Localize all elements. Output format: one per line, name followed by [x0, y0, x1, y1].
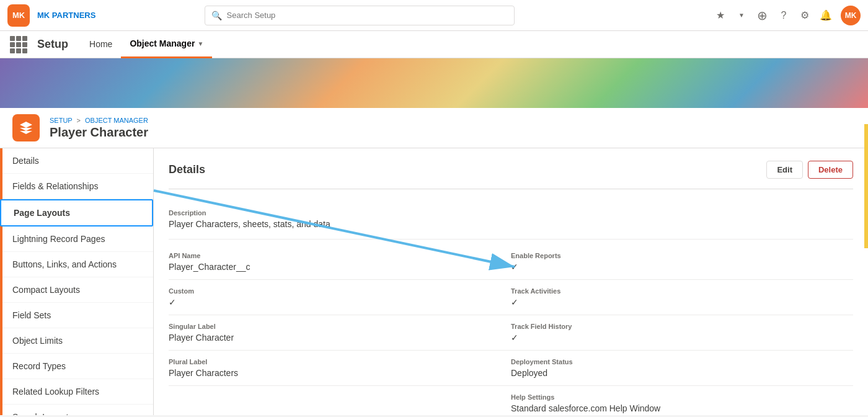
settings-icon[interactable]: ⚙ — [799, 9, 811, 22]
breadcrumb-object-manager[interactable]: OBJECT MANAGER — [85, 117, 148, 124]
fields-grid: API NamePlayer_Character__cEnable Report… — [169, 244, 853, 415]
field-label-left-1: Custom — [169, 287, 511, 295]
field-right-2: Track Field History✓ — [511, 315, 853, 351]
field-value-right-2: ✓ — [511, 333, 853, 343]
layers-icon — [19, 120, 33, 135]
page-title: Player Character — [50, 125, 148, 140]
sidebar-items: DetailsFields & RelationshipsPage Layout… — [0, 148, 153, 415]
field-label-right-2: Track Field History — [511, 323, 853, 330]
sidebar-item-0[interactable]: Details — [0, 148, 153, 174]
sidebar-item-4[interactable]: Buttons, Links, and Actions — [0, 252, 153, 277]
nav-item-caret: ▼ — [197, 40, 203, 47]
action-buttons: Edit Delete — [766, 161, 853, 179]
field-label-left-2: Singular Label — [169, 323, 511, 330]
brand-logo[interactable]: MK — [7, 4, 30, 27]
field-right-4: Help SettingsStandard salesforce.com Hel… — [511, 386, 853, 415]
breadcrumb: SETUP > OBJECT MANAGER — [50, 117, 148, 124]
top-navigation: MK MK PARTNERS 🔍 ★ ▼ ⊕ ? ⚙ 🔔 MK — [0, 0, 868, 31]
title-bar: SETUP > OBJECT MANAGER Player Character — [0, 108, 868, 148]
sidebar-item-6[interactable]: Field Sets — [0, 303, 153, 328]
main-layout: DetailsFields & RelationshipsPage Layout… — [0, 148, 868, 415]
add-icon[interactable]: ⊕ — [756, 9, 769, 22]
favorites-dropdown-icon[interactable]: ▼ — [735, 9, 748, 22]
field-left-1: Custom✓ — [169, 280, 511, 315]
field-left-2: Singular LabelPlayer Character — [169, 315, 511, 351]
sidebar-item-1[interactable]: Fields & Relationships — [0, 174, 153, 199]
sidebar-item-3[interactable]: Lightning Record Pages — [0, 226, 153, 252]
app-title: Setup — [37, 38, 68, 51]
field-value-left-2: Player Character — [169, 333, 511, 343]
sidebar-accent — [0, 148, 2, 415]
field-value-right-0: ✓ — [511, 262, 853, 272]
description-row: Description Player Characters, sheets, s… — [169, 202, 853, 240]
search-container: 🔍 — [205, 6, 515, 25]
field-right-1: Track Activities✓ — [511, 280, 853, 315]
field-left-3: Plural LabelPlayer Characters — [169, 351, 511, 386]
right-accent-bar — [864, 124, 868, 248]
sidebar: DetailsFields & RelationshipsPage Layout… — [0, 148, 154, 415]
help-icon[interactable]: ? — [777, 9, 790, 22]
field-label-right-0: Enable Reports — [511, 252, 853, 259]
top-nav-right: ★ ▼ ⊕ ? ⚙ 🔔 MK — [714, 6, 861, 25]
content-area: Details Edit Delete Description Player C… — [154, 148, 868, 415]
field-right-3: Deployment StatusDeployed — [511, 351, 853, 386]
search-input[interactable] — [227, 11, 508, 20]
breadcrumb-setup[interactable]: SETUP — [50, 117, 72, 124]
notifications-icon[interactable]: 🔔 — [820, 9, 832, 22]
field-left-4 — [169, 386, 511, 415]
field-label-left-3: Plural Label — [169, 358, 511, 365]
field-value-left-0: Player_Character__c — [169, 262, 511, 272]
sidebar-item-7[interactable]: Object Limits — [0, 328, 153, 354]
field-label-right-3: Deployment Status — [511, 358, 853, 365]
field-label-right-1: Track Activities — [511, 287, 853, 295]
app-switcher-icon[interactable] — [10, 36, 27, 53]
app-navigation: Setup Home Object Manager ▼ — [0, 31, 868, 58]
sidebar-item-8[interactable]: Record Types — [0, 354, 153, 379]
object-icon — [12, 114, 40, 141]
delete-button[interactable]: Delete — [808, 161, 853, 179]
nav-item-object-manager[interactable]: Object Manager ▼ — [121, 31, 212, 58]
description-value: Player Characters, sheets, stats, and da… — [169, 219, 853, 229]
field-value-right-1: ✓ — [511, 297, 853, 307]
edit-button[interactable]: Edit — [766, 161, 803, 179]
search-icon: 🔍 — [211, 11, 222, 20]
field-right-0: Enable Reports✓ — [511, 244, 853, 280]
field-label-right-4: Help Settings — [511, 393, 853, 401]
hero-banner — [0, 58, 868, 108]
description-label: Description — [169, 209, 853, 217]
field-left-0: API NamePlayer_Character__c — [169, 244, 511, 280]
sidebar-item-9[interactable]: Related Lookup Filters — [0, 379, 153, 405]
brand-name: MK PARTNERS — [37, 11, 95, 20]
field-value-left-1: ✓ — [169, 297, 511, 307]
content-header: Details Edit Delete — [169, 161, 853, 189]
title-bar-text: SETUP > OBJECT MANAGER Player Character — [50, 117, 148, 140]
content-panel: Details Edit Delete Description Player C… — [154, 148, 868, 415]
sidebar-item-10[interactable]: Search Layouts — [0, 405, 153, 415]
avatar[interactable]: MK — [841, 6, 861, 25]
favorites-icon[interactable]: ★ — [714, 9, 727, 22]
sidebar-item-2[interactable]: Page Layouts — [0, 199, 153, 226]
field-label-left-0: API Name — [169, 252, 511, 259]
sidebar-item-5[interactable]: Compact Layouts — [0, 277, 153, 303]
field-value-right-4: Standard salesforce.com Help Window — [511, 403, 853, 413]
field-value-left-3: Player Characters — [169, 368, 511, 378]
field-value-right-3: Deployed — [511, 368, 853, 378]
content-title: Details — [169, 163, 205, 176]
nav-item-home[interactable]: Home — [81, 31, 121, 58]
